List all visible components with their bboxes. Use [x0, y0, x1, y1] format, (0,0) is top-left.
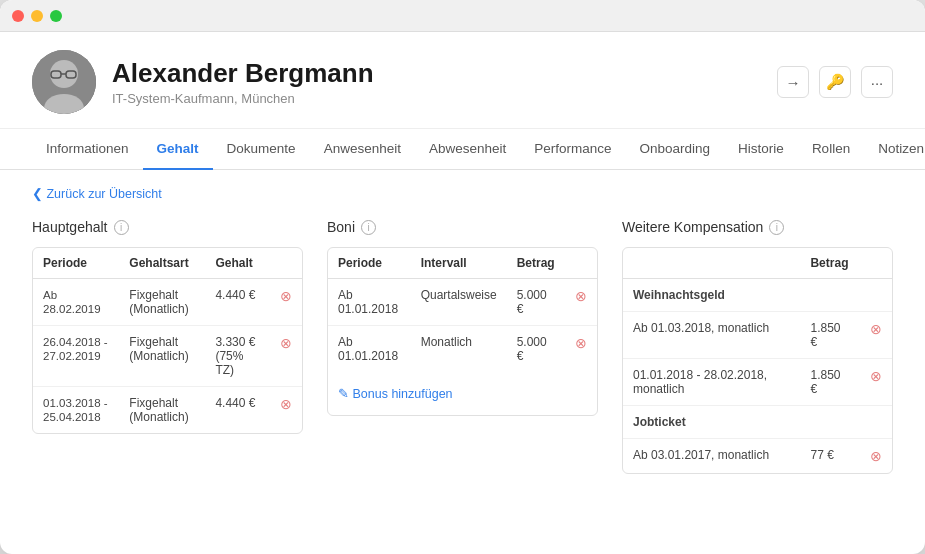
- weitere-info-icon[interactable]: i: [769, 220, 784, 235]
- delete-icon[interactable]: ⊗: [280, 288, 292, 304]
- main-content: ❮ Zurück zur Übersicht Hauptgehalt i Per…: [0, 170, 925, 554]
- weitere-label: Weitere Kompensation: [622, 219, 763, 235]
- tab-informationen[interactable]: Informationen: [32, 129, 143, 170]
- periode-cell: 01.01.2018 - 28.02.2018, monatlich: [623, 359, 800, 406]
- delete-icon[interactable]: ⊗: [575, 335, 587, 351]
- table-row: 01.03.2018 - 25.04.2018 Fixgehalt (Monat…: [33, 387, 302, 434]
- intervall-cell: Quartalsweise: [411, 279, 507, 326]
- more-icon: ···: [871, 74, 884, 91]
- delete-cell: ⊗: [860, 312, 892, 359]
- header-info: Alexander Bergmann IT-System-Kaufmann, M…: [112, 58, 777, 106]
- boni-title: Boni i: [327, 219, 598, 235]
- periode-cell: 01.03.2018 - 25.04.2018: [33, 387, 119, 434]
- hauptgehalt-label: Hauptgehalt: [32, 219, 108, 235]
- delete-icon[interactable]: ⊗: [575, 288, 587, 304]
- periode-cell: Ab 28.02.2019: [33, 279, 119, 326]
- tab-historie[interactable]: Historie: [724, 129, 798, 170]
- betrag-cell: 77 €: [800, 439, 860, 474]
- delete-icon[interactable]: ⊗: [870, 368, 882, 384]
- jobticket-label: Jobticket: [623, 406, 892, 439]
- maximize-dot[interactable]: [50, 10, 62, 22]
- col-delete-2: [565, 248, 597, 279]
- col-periode-1: Periode: [33, 248, 119, 279]
- delete-icon[interactable]: ⊗: [870, 448, 882, 464]
- login-button[interactable]: →: [777, 66, 809, 98]
- minimize-dot[interactable]: [31, 10, 43, 22]
- header-actions: → 🔑 ···: [777, 66, 893, 98]
- betrag-cell: 5.000 €: [507, 279, 565, 326]
- intervall-cell: Monatlich: [411, 326, 507, 373]
- hauptgehalt-info-icon[interactable]: i: [114, 220, 129, 235]
- periode-cell: Ab 03.01.2017, monatlich: [623, 439, 800, 474]
- delete-cell: ⊗: [860, 439, 892, 474]
- profile-subtitle: IT-System-Kaufmann, München: [112, 91, 777, 106]
- weitere-card: Betrag Weihnachtsgeld Ab 01.03.2018, mon…: [622, 247, 893, 474]
- tab-dokumente[interactable]: Dokumente: [213, 129, 310, 170]
- col-betrag-weitere: Betrag: [800, 248, 860, 279]
- delete-cell: ⊗: [565, 326, 597, 373]
- hauptgehalt-title: Hauptgehalt i: [32, 219, 303, 235]
- weitere-section: Weitere Kompensation i Betrag: [622, 219, 893, 474]
- table-row: Ab 28.02.2019 Fixgehalt (Monatlich) 4.44…: [33, 279, 302, 326]
- gehaltsart-cell: Fixgehalt (Monatlich): [119, 387, 205, 434]
- table-row: Weihnachtsgeld: [623, 279, 892, 312]
- gehalt-cell: 4.440 €: [205, 279, 270, 326]
- col-delete-3: [860, 248, 892, 279]
- tab-onboarding[interactable]: Onboarding: [626, 129, 725, 170]
- boni-footer: ✎ Bonus hinzufügen: [328, 372, 597, 415]
- hauptgehalt-section: Hauptgehalt i Periode Gehaltsart Gehalt: [32, 219, 303, 474]
- close-dot[interactable]: [12, 10, 24, 22]
- col-empty: [623, 248, 800, 279]
- col-intervall: Intervall: [411, 248, 507, 279]
- key-button[interactable]: 🔑: [819, 66, 851, 98]
- table-row: 01.01.2018 - 28.02.2018, monatlich 1.850…: [623, 359, 892, 406]
- weihnachtsgeld-label: Weihnachtsgeld: [623, 279, 892, 312]
- app-window: Alexander Bergmann IT-System-Kaufmann, M…: [0, 0, 925, 554]
- hauptgehalt-card: Periode Gehaltsart Gehalt Ab 28.02.2019 …: [32, 247, 303, 434]
- betrag-cell: 1.850 €: [800, 312, 860, 359]
- boni-info-icon[interactable]: i: [361, 220, 376, 235]
- gehaltsart-cell: Fixgehalt (Monatlich): [119, 326, 205, 387]
- boni-table: Periode Intervall Betrag Ab 01.01.2018 Q…: [328, 248, 597, 372]
- weitere-header-row: Betrag: [623, 248, 892, 279]
- profile-name: Alexander Bergmann: [112, 58, 777, 89]
- add-bonus-link[interactable]: ✎ Bonus hinzufügen: [328, 376, 463, 411]
- weitere-title: Weitere Kompensation i: [622, 219, 893, 235]
- betrag-cell: 1.850 €: [800, 359, 860, 406]
- avatar: [32, 50, 96, 114]
- tab-abwesenheit[interactable]: Abwesenheit: [415, 129, 520, 170]
- periode-cell: Ab 01.01.2018: [328, 326, 411, 373]
- table-row: Ab 01.03.2018, monatlich 1.850 € ⊗: [623, 312, 892, 359]
- weitere-table: Betrag Weihnachtsgeld Ab 01.03.2018, mon…: [623, 248, 892, 473]
- table-row: Jobticket: [623, 406, 892, 439]
- table-row: Ab 01.01.2018 Monatlich 5.000 € ⊗: [328, 326, 597, 373]
- gehalt-cell: 3.330 € (75% TZ): [205, 326, 270, 387]
- tab-performance[interactable]: Performance: [520, 129, 625, 170]
- tab-rollen[interactable]: Rollen: [798, 129, 864, 170]
- table-row: Ab 01.01.2018 Quartalsweise 5.000 € ⊗: [328, 279, 597, 326]
- gehalt-cell: 4.440 €: [205, 387, 270, 434]
- titlebar: [0, 0, 925, 32]
- periode-cell: Ab 01.03.2018, monatlich: [623, 312, 800, 359]
- table-row: 26.04.2018 - 27.02.2019 Fixgehalt (Monat…: [33, 326, 302, 387]
- tab-notizen[interactable]: Notizen: [864, 129, 925, 170]
- profile-header: Alexander Bergmann IT-System-Kaufmann, M…: [0, 32, 925, 129]
- more-button[interactable]: ···: [861, 66, 893, 98]
- delete-cell: ⊗: [565, 279, 597, 326]
- delete-icon[interactable]: ⊗: [280, 335, 292, 351]
- periode-cell: 26.04.2018 - 27.02.2019: [33, 326, 119, 387]
- col-delete-1: [270, 248, 302, 279]
- hauptgehalt-header-row: Periode Gehaltsart Gehalt: [33, 248, 302, 279]
- tab-anwesenheit[interactable]: Anwesenheit: [310, 129, 415, 170]
- delete-icon[interactable]: ⊗: [280, 396, 292, 412]
- tab-gehalt[interactable]: Gehalt: [143, 129, 213, 170]
- back-link[interactable]: ❮ Zurück zur Übersicht: [32, 186, 162, 201]
- delete-icon[interactable]: ⊗: [870, 321, 882, 337]
- hauptgehalt-table: Periode Gehaltsart Gehalt Ab 28.02.2019 …: [33, 248, 302, 433]
- boni-label: Boni: [327, 219, 355, 235]
- col-betrag-boni: Betrag: [507, 248, 565, 279]
- boni-section: Boni i Periode Intervall Betrag: [327, 219, 598, 474]
- col-periode-2: Periode: [328, 248, 411, 279]
- tab-bar: Informationen Gehalt Dokumente Anwesenhe…: [0, 129, 925, 170]
- gehaltsart-cell: Fixgehalt (Monatlich): [119, 279, 205, 326]
